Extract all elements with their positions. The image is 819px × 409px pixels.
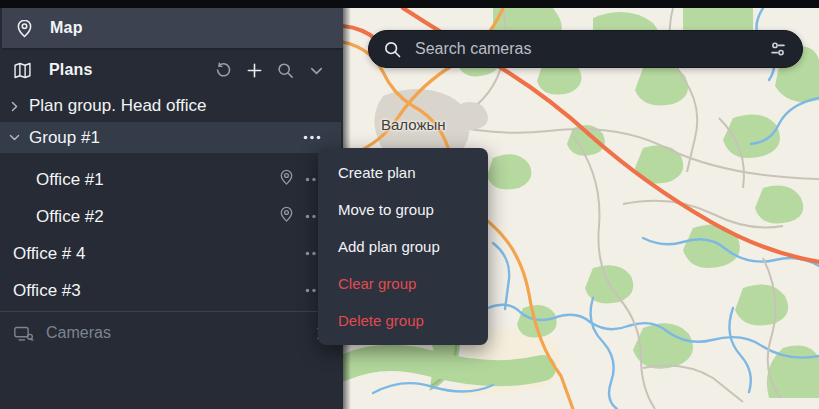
group-context-menu: Create plan Move to group Add plan group… — [318, 148, 488, 345]
tree-spacer — [0, 153, 343, 161]
tree-item-label: Office #3 — [13, 281, 81, 301]
collapse-chevron-down-icon[interactable] — [305, 59, 327, 81]
filter-sliders-icon[interactable] — [768, 39, 788, 59]
tree-item-office-4[interactable]: Office # 4 — [0, 235, 343, 272]
plans-map-icon — [12, 60, 33, 81]
tree-item-plan-group-head-office[interactable]: Plan group. Head office — [0, 90, 343, 122]
sidebar-item-map-label: Map — [50, 19, 83, 37]
menu-item-add-plan-group[interactable]: Add plan group — [318, 228, 488, 265]
sidebar-item-map[interactable]: Map — [2, 8, 343, 50]
plans-tree: Plan group. Head office Group #1 Office — [0, 90, 343, 309]
menu-item-move-to-group[interactable]: Move to group — [318, 191, 488, 228]
tree-item-label: Office #2 — [36, 207, 104, 227]
cameras-icon — [13, 324, 35, 343]
sidebar-section-plans[interactable]: Plans — [0, 50, 343, 90]
tree-item-office-1[interactable]: Office #1 — [0, 161, 343, 198]
window-top-strip — [0, 0, 819, 8]
add-plan-icon[interactable] — [243, 59, 265, 81]
tree-item-office-2[interactable]: Office #2 — [0, 198, 343, 235]
sidebar: Map Plans — [0, 8, 343, 409]
camera-search-bar[interactable] — [368, 30, 803, 68]
tree-item-label: Office # 4 — [13, 244, 85, 264]
tree-item-label: Office #1 — [36, 170, 104, 190]
search-cameras-input[interactable] — [413, 39, 757, 59]
chevron-right-icon[interactable] — [8, 100, 21, 113]
refresh-icon[interactable] — [212, 59, 234, 81]
search-plans-icon[interactable] — [274, 59, 296, 81]
tree-item-label: Plan group. Head office — [29, 96, 206, 116]
menu-item-delete-group[interactable]: Delete group — [318, 302, 488, 339]
menu-item-clear-group[interactable]: Clear group — [318, 265, 488, 302]
tree-item-group-1[interactable]: Group #1 — [0, 122, 341, 153]
map-town-label: Валожын — [381, 116, 446, 133]
plans-section-label: Plans — [49, 61, 93, 79]
location-pin-icon — [15, 19, 34, 38]
cameras-section-label: Cameras — [46, 324, 111, 342]
tree-item-office-3[interactable]: Office #3 — [0, 272, 343, 309]
placed-on-map-pin-icon[interactable] — [278, 169, 295, 191]
tree-item-label: Group #1 — [29, 128, 100, 148]
placed-on-map-pin-icon[interactable] — [278, 206, 295, 228]
plans-actions — [212, 59, 343, 81]
search-icon — [383, 40, 402, 59]
chevron-down-icon[interactable] — [8, 131, 21, 144]
sidebar-section-cameras[interactable]: Cameras — [0, 312, 343, 354]
group-more-options-icon[interactable] — [303, 135, 321, 140]
menu-item-create-plan[interactable]: Create plan — [318, 154, 488, 191]
